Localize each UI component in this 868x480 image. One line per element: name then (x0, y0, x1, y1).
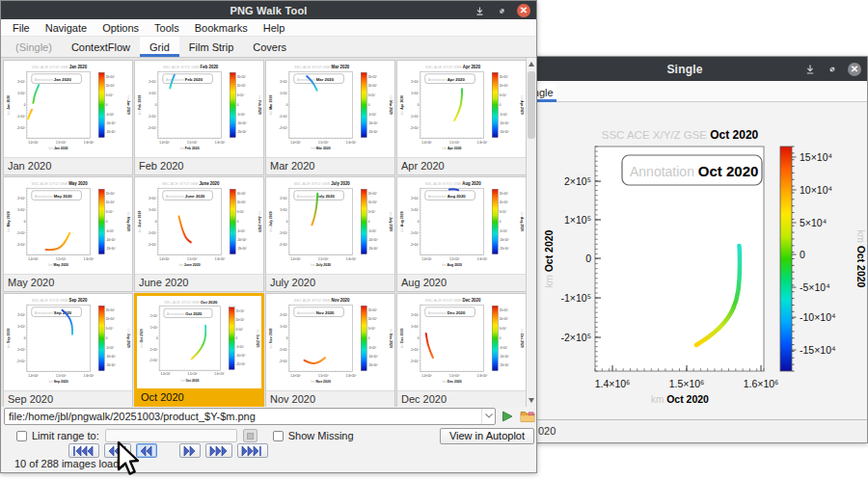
svg-text:SSC ACE X/Y/Z GSE Dec 2020: SSC ACE X/Y/Z GSE Dec 2020 (425, 298, 481, 303)
tab-film-strip[interactable]: Film Strip (179, 37, 243, 57)
thumbnail-cell-sep-2020[interactable]: SSC ACE X/Y/Z GSE Sep 2020Annotation Sep… (3, 293, 133, 407)
svg-text:1×10⁵: 1×10⁵ (280, 92, 288, 95)
svg-text:15×10⁴: 15×10⁴ (236, 309, 246, 313)
thumbnail-image[interactable]: SSC ACE X/Y/Z GSE Aug 2020Annotation Aug… (397, 177, 526, 274)
thumbnail-cell-jan-2020[interactable]: SSC ACE X/Y/Z GSE Jan 2020Annotation Jan… (3, 60, 133, 175)
tab-grid[interactable]: Grid (140, 37, 179, 57)
svg-text:0: 0 (155, 220, 157, 224)
thumbnail-cell-june-2020[interactable]: SSC ACE X/Y/Z GSE June 2020Annotation Ju… (134, 176, 264, 292)
svg-text:1.4×10⁶: 1.4×10⁶ (595, 378, 631, 389)
thumbnail-image[interactable]: SSC ACE X/Y/Z GSE June 2020Annotation Ju… (135, 177, 263, 274)
limit-range-checkbox[interactable] (16, 431, 27, 441)
menu-help[interactable]: Help (256, 20, 293, 36)
thumbnail-image[interactable]: SSC ACE X/Y/Z GSE Jan 2020Annotation Jan… (4, 61, 132, 157)
thumbnail-caption: Oct 2020 (137, 388, 261, 406)
svg-text:0: 0 (418, 336, 420, 340)
svg-text:1.6×10⁶: 1.6×10⁶ (215, 257, 226, 261)
svg-text:km Dec 2020: km Dec 2020 (442, 380, 461, 384)
svg-text:-1×10⁵: -1×10⁵ (279, 231, 288, 235)
open-folder-button[interactable] (520, 408, 536, 424)
template-combobox[interactable]: file:/home/jbl/pngwalk/20251003/product_… (4, 408, 496, 425)
thumbnail-cell-mar-2020[interactable]: SSC ACE X/Y/Z GSE Mar 2020Annotation Mar… (265, 60, 395, 175)
limit-range-picker-button[interactable] (243, 429, 258, 442)
tab-contextflow[interactable]: ContextFlow (62, 37, 140, 57)
scrollbar-thumb[interactable] (528, 71, 535, 139)
thumbnail-caption: May 2020 (4, 274, 132, 291)
minimize-icon[interactable] (803, 63, 817, 76)
thumbnail-image[interactable]: SSC ACE X/Y/Z GSE Nov 2020Annotation Nov… (266, 294, 394, 390)
svg-text:1.6×10⁶: 1.6×10⁶ (84, 141, 95, 145)
next-button[interactable] (179, 443, 201, 458)
view-in-autoplot-button[interactable]: View in Autoplot (440, 428, 534, 444)
show-missing-checkbox[interactable] (273, 431, 284, 441)
tab-single[interactable]: (Single) (6, 37, 62, 57)
svg-text:2×10⁵: 2×10⁵ (17, 197, 26, 200)
close-icon[interactable]: ✕ (848, 63, 861, 76)
svg-text:-5×10⁴: -5×10⁴ (368, 113, 377, 117)
svg-text:1.5×10⁶: 1.5×10⁶ (318, 141, 329, 145)
thumbnail-cell-july-2020[interactable]: SSC ACE X/Y/Z GSE July 2020Annotation Ju… (265, 176, 395, 292)
thumbnail-image[interactable]: SSC ACE X/Y/Z GSE Dec 2020Annotation Dec… (397, 294, 526, 390)
next-jump-button[interactable] (205, 443, 232, 458)
thumbnail-cell-aug-2020[interactable]: SSC ACE X/Y/Z GSE Aug 2020Annotation Aug… (396, 176, 527, 292)
prev-button[interactable] (136, 443, 157, 458)
thumbnail-image[interactable]: SSC ACE X/Y/Z GSE Feb 2020Annotation Feb… (135, 61, 263, 157)
svg-text:1×10⁵: 1×10⁵ (564, 214, 591, 226)
svg-text:km Apr 2020: km Apr 2020 (443, 147, 462, 150)
svg-text:km Mar 2020: km Mar 2020 (389, 95, 393, 115)
svg-text:km Jan 2020: km Jan 2020 (7, 95, 11, 116)
close-icon[interactable]: ✕ (517, 4, 530, 17)
thumbnail-cell-nov-2020[interactable]: SSC ACE X/Y/Z GSE Nov 2020Annotation Nov… (265, 293, 395, 407)
svg-text:1.4×10⁶: 1.4×10⁶ (290, 257, 301, 261)
thumbnail-cell-may-2020[interactable]: SSC ACE X/Y/Z GSE May 2020Annotation May… (3, 176, 133, 292)
svg-text:2×10⁵: 2×10⁵ (411, 313, 420, 317)
thumbnail-cell-apr-2020[interactable]: SSC ACE X/Y/Z GSE Apr 2020Annotation Apr… (396, 60, 527, 175)
pngwalk-titlebar[interactable]: PNG Walk Tool ✕ (1, 1, 536, 20)
svg-text:km Sep 2020: km Sep 2020 (126, 329, 130, 348)
last-button[interactable] (237, 443, 268, 458)
thumbnail-cell-dec-2020[interactable]: SSC ACE X/Y/Z GSE Dec 2020Annotation Dec… (396, 293, 527, 407)
svg-text:10×10⁴: 10×10⁴ (500, 317, 509, 321)
grid-scrollbar[interactable] (526, 58, 536, 407)
svg-text:-1×10⁵: -1×10⁵ (148, 115, 157, 119)
svg-text:-10×10⁴: -10×10⁴ (236, 354, 247, 358)
first-button[interactable] (68, 443, 99, 458)
pngwalk-window-title: PNG Walk Tool (230, 5, 307, 16)
menu-bar: FileNavigateOptionsToolsBookmarksHelp (1, 19, 536, 37)
svg-text:0: 0 (418, 220, 420, 224)
limit-range-label: Limit range to: (32, 430, 99, 441)
minimize-icon[interactable] (473, 4, 486, 17)
play-button[interactable] (500, 408, 516, 424)
menu-options[interactable]: Options (95, 20, 147, 36)
svg-text:1.4×10⁶: 1.4×10⁶ (421, 374, 432, 378)
scroll-up-icon[interactable] (529, 62, 534, 67)
thumbnail-image[interactable]: SSC ACE X/Y/Z GSE Apr 2020Annotation Apr… (397, 61, 526, 157)
combo-dropdown-icon[interactable] (481, 409, 495, 424)
svg-text:1×10⁵: 1×10⁵ (411, 92, 420, 95)
thumbnail-image[interactable]: SSC ACE X/Y/Z GSE Sep 2020Annotation Sep… (4, 294, 132, 390)
svg-text:10×10⁴: 10×10⁴ (106, 200, 116, 204)
maximize-icon[interactable] (826, 63, 839, 76)
svg-text:10×10⁴: 10×10⁴ (368, 200, 378, 204)
nav-buttons (68, 443, 268, 458)
thumbnail-cell-feb-2020[interactable]: SSC ACE X/Y/Z GSE Feb 2020Annotation Feb… (134, 60, 264, 175)
menu-navigate[interactable]: Navigate (38, 20, 95, 36)
menu-file[interactable]: File (5, 20, 38, 36)
thumbnail-image[interactable]: SSC ACE X/Y/Z GSE Mar 2020Annotation Mar… (266, 61, 394, 157)
svg-text:1.4×10⁶: 1.4×10⁶ (159, 141, 170, 145)
thumbnail-image[interactable]: SSC ACE X/Y/Z GSE May 2020Annotation May… (4, 177, 132, 274)
thumbnail-caption: June 2020 (135, 274, 263, 291)
svg-text:15×10⁴: 15×10⁴ (237, 75, 247, 79)
thumbnail-cell-oct-2020[interactable]: SSC ACE X/Y/Z GSE Oct 2020Annotation Oct… (134, 293, 264, 407)
maximize-icon[interactable] (495, 4, 508, 17)
tab-covers[interactable]: Covers (243, 37, 296, 57)
thumbnail-image[interactable]: SSC ACE X/Y/Z GSE Oct 2020Annotation Oct… (137, 296, 261, 388)
scroll-down-icon[interactable] (529, 398, 534, 403)
svg-text:-1×10⁵: -1×10⁵ (279, 115, 288, 119)
menu-tools[interactable]: Tools (147, 20, 187, 36)
single-titlebar[interactable]: Single ✕ (502, 57, 867, 82)
menu-bookmarks[interactable]: Bookmarks (187, 20, 256, 36)
thumbnail-image[interactable]: SSC ACE X/Y/Z GSE July 2020Annotation Ju… (266, 177, 394, 274)
svg-text:-1×10⁵: -1×10⁵ (16, 348, 26, 352)
mouse-cursor (116, 440, 139, 479)
